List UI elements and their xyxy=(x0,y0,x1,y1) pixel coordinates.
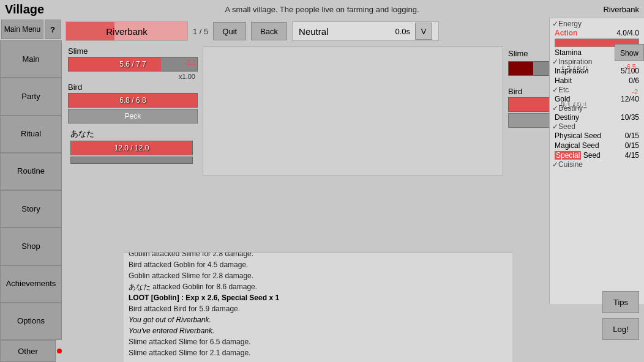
destiny-label: Destiny xyxy=(555,113,579,122)
left-slime-hp-text: 5.6 / 7.7 xyxy=(119,60,146,68)
player-block: あなた 12.0 / 12.0 xyxy=(68,126,198,166)
magical-seed-value: 0/15 xyxy=(625,141,639,150)
sidebar-item-ritual[interactable]: Ritual xyxy=(0,116,62,153)
left-bird-hp-row[interactable]: 6.8 / 6.8 xyxy=(68,93,198,108)
red-dot-indicator xyxy=(57,349,62,353)
status-time: 0.0s xyxy=(395,27,410,36)
special-seed-label: Special Special SeedSeed xyxy=(555,151,601,160)
sidebar-item-options[interactable]: Options xyxy=(0,303,62,340)
left-enemies-panel: Slime 5.6 / 7.7 -2.1 x1.00 Bird 6.8 / 6.… xyxy=(66,44,200,179)
action-label: Action xyxy=(555,29,577,37)
main-menu-button[interactable]: Main Menu xyxy=(1,20,43,39)
status-text: Neutral xyxy=(299,26,395,37)
log-entry: Goblin attacked Slime for 2.8 damage. xyxy=(129,270,507,281)
gold-value: 12/40 xyxy=(621,95,639,103)
log-entry: You got out of Riverbank. xyxy=(129,314,507,325)
right-bird-name: Bird xyxy=(508,87,522,96)
action-row: Action 4.0/4.0 xyxy=(552,28,642,38)
right-slime-hp-fill xyxy=(509,62,533,75)
other-row: Other xyxy=(0,340,62,362)
physical-seed-label: Physical Seed xyxy=(555,131,601,140)
location-desc: A small village. The people live on farm… xyxy=(225,5,419,14)
log-entry: Goblin attacked Slime for 2.8 damage. xyxy=(129,252,507,259)
physical-seed-row: Physical Seed 0/15 xyxy=(552,131,642,141)
tips-button[interactable]: Tips xyxy=(602,291,639,313)
action-value: 4.0/4.0 xyxy=(616,29,639,37)
location-hp-bar: Riverbank xyxy=(66,21,188,41)
destiny-value: 10/35 xyxy=(621,113,639,122)
quit-button[interactable]: Quit xyxy=(213,22,246,40)
sidebar: Main Menu ? Main Party Ritual Routine St… xyxy=(0,18,62,362)
v-button[interactable]: V xyxy=(415,23,432,40)
player-name: あなた xyxy=(70,128,195,139)
page-indicator: 1 / 5 xyxy=(193,27,208,36)
left-bird-block: Bird 6.8 / 6.8 Peck xyxy=(68,83,198,124)
log-button[interactable]: Log! xyxy=(602,318,639,340)
sidebar-item-achievements[interactable]: Achievements xyxy=(0,265,62,303)
location-name-header: Riverbank xyxy=(66,26,187,37)
left-slime-multiplier: x1.00 xyxy=(68,73,198,80)
special-label-highlight: Special xyxy=(555,151,581,160)
destiny-row: Destiny 10/35 xyxy=(552,113,642,122)
left-slime-name: Slime xyxy=(68,46,88,56)
etc-header[interactable]: ✓Etc xyxy=(552,86,642,94)
show-button[interactable]: Show xyxy=(615,44,644,61)
sidebar-item-shop[interactable]: Shop xyxy=(0,227,62,265)
location-name-top: Riverbank xyxy=(603,5,639,14)
main-menu-row: Main Menu ? xyxy=(0,18,62,40)
battle-visual xyxy=(203,46,503,176)
physical-seed-value: 0/15 xyxy=(625,131,639,140)
left-bird-hp-text: 6.8 / 6.8 xyxy=(119,96,146,105)
magical-seed-label: Magical Seed xyxy=(555,141,599,150)
log-entry: LOOT [Goblin] : Exp x 2.6, Special Seed … xyxy=(129,292,507,303)
log-entry: Slime attacked Slime for 2.1 damage. xyxy=(129,347,507,358)
main-menu-question-button[interactable]: ? xyxy=(45,20,61,39)
left-slime-hp-row[interactable]: 5.6 / 7.7 -2.1 xyxy=(68,57,198,72)
left-slime-block: Slime 5.6 / 7.7 -2.1 x1.00 xyxy=(68,46,198,80)
habit-label: Habit xyxy=(555,76,572,85)
special-seed-row: Special Special SeedSeed 4/15 xyxy=(552,150,642,160)
sidebar-item-party[interactable]: Party xyxy=(0,78,62,115)
left-bird-name-row: Bird xyxy=(68,83,198,92)
habit-value: 0/6 xyxy=(629,76,639,85)
habit-row: Habit 0/6 xyxy=(552,76,642,86)
log-area: You've entered Riverbank.Goblin attacked… xyxy=(124,252,512,362)
right-bird-dmg: -2 xyxy=(632,88,638,95)
magical-seed-row: Magical Seed 0/15 xyxy=(552,141,642,150)
left-slime-hp-fill xyxy=(69,57,161,71)
right-bird-hp-text: 9.1 / 9.1 xyxy=(560,100,586,109)
cuisine-header[interactable]: ✓Cuisine xyxy=(552,160,642,169)
stamina-label: Stamina xyxy=(555,48,582,57)
right-slime-name: Slime xyxy=(508,49,528,58)
player-secondary-bar xyxy=(70,157,193,164)
special-seed-value: 4/15 xyxy=(625,151,639,160)
log-entry: Bird attacked Goblin for 4.5 damage. xyxy=(129,259,507,270)
seed-header[interactable]: ✓Seed xyxy=(552,122,642,131)
sidebar-item-routine[interactable]: Routine xyxy=(0,153,62,190)
sidebar-item-other[interactable]: Other xyxy=(0,340,56,362)
left-slime-dmg: -2.1 xyxy=(184,59,196,66)
sidebar-item-main[interactable]: Main xyxy=(0,40,62,78)
log-entry: You've entered Riverbank. xyxy=(129,325,507,336)
left-slime-name-row: Slime xyxy=(68,46,198,56)
game-title: Village xyxy=(5,2,44,17)
log-entry: Slime attacked Slime for 6.5 damage. xyxy=(129,336,507,347)
energy-header[interactable]: ✓Energy xyxy=(552,20,642,28)
right-slime-dmg: -6.5 xyxy=(624,63,636,70)
top-bar: Village A small village. The people live… xyxy=(0,0,644,18)
log-entry: Bird attacked Bird for 5.9 damage. xyxy=(129,303,507,314)
sidebar-item-story[interactable]: Story xyxy=(0,190,62,227)
right-slime-hp-text: 1.5 / 8.0 xyxy=(560,64,586,73)
status-bar: Neutral 0.0s V xyxy=(292,21,439,41)
left-bird-name: Bird xyxy=(68,83,82,92)
left-bird-action: Peck xyxy=(68,109,198,124)
back-button[interactable]: Back xyxy=(251,22,287,40)
player-hp-text: 12.0 / 12.0 xyxy=(114,144,149,152)
log-entry: あなた attacked Goblin for 8.6 damage. xyxy=(129,281,507,292)
player-hp-row[interactable]: 12.0 / 12.0 xyxy=(70,141,193,155)
